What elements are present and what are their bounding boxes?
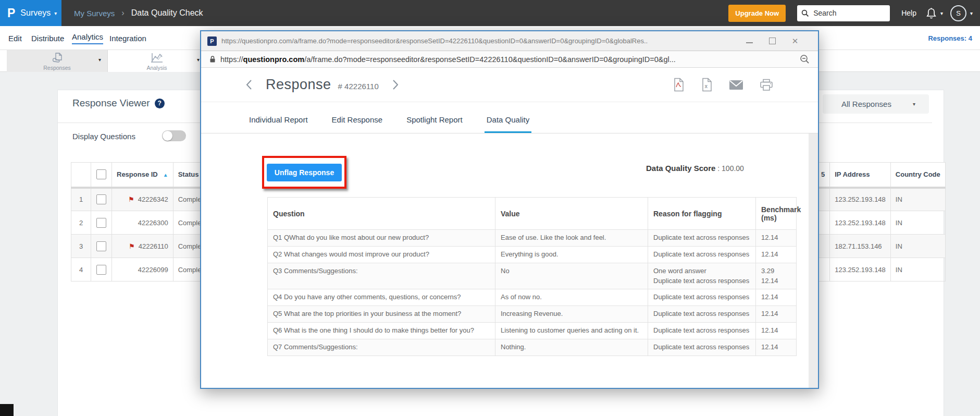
scrollbar[interactable]	[809, 133, 818, 388]
page-title-text: Response Viewer	[72, 97, 150, 109]
tab-edit[interactable]: Edit	[8, 26, 22, 50]
tab-distribute[interactable]: Distribute	[31, 26, 64, 50]
benchmark-cell: 3.2912.14	[756, 263, 797, 289]
tab-integration[interactable]: Integration	[109, 26, 146, 50]
value-cell: No	[495, 263, 648, 289]
response-header: Response # 42226110 x	[201, 68, 818, 102]
select-all-header	[91, 163, 112, 188]
response-row[interactable]: 123.252.193.148IN	[814, 211, 946, 235]
select-all-checkbox[interactable]	[96, 169, 106, 179]
notifications-button[interactable]: ▾	[926, 7, 943, 19]
tab-data-quality[interactable]: Data Quality	[487, 115, 530, 133]
export-excel-button[interactable]: x	[701, 78, 713, 92]
export-pdf-button[interactable]	[673, 78, 685, 92]
email-response-button[interactable]	[729, 80, 743, 90]
question-cell: Q7 Comments/Suggestions:	[268, 339, 495, 356]
country-code-header[interactable]: Country Code	[890, 163, 945, 188]
maximize-button[interactable]	[761, 38, 784, 44]
response-id-link[interactable]: 42226342	[138, 195, 168, 203]
reason-line: Duplicate text across responses	[653, 233, 750, 243]
responses-count: Responses: 4	[928, 26, 972, 50]
maximize-icon	[769, 38, 776, 44]
modal-tab-bar: Individual Report Edit Response Spotligh…	[201, 102, 818, 133]
account-menu[interactable]: S ▾	[950, 5, 973, 21]
response-id-link[interactable]: 42226300	[138, 219, 168, 227]
previous-response-button[interactable]	[246, 79, 252, 90]
toolbar-analysis[interactable]: Analysis ▾	[108, 50, 206, 72]
score-value: : 100.00	[717, 164, 744, 173]
chevron-right-icon	[392, 79, 399, 90]
ip-address-header[interactable]: IP Address	[830, 163, 891, 188]
value-cell: Nothing.	[495, 339, 648, 356]
benchmark-line: 12.14	[761, 342, 791, 352]
tab-edit-response[interactable]: Edit Response	[332, 115, 383, 133]
toolbar-responses[interactable]: Responses ▾	[7, 50, 108, 72]
avatar: S	[950, 5, 966, 21]
row-checkbox[interactable]	[96, 265, 106, 275]
help-icon[interactable]: ?	[155, 99, 165, 108]
response-row[interactable]: 123.252.193.148IN	[814, 188, 946, 211]
table-header-row: 5 IP Address Country Code	[814, 163, 946, 188]
reason-cell: Duplicate text across responses	[648, 289, 756, 306]
response-id-link[interactable]: 42226110	[139, 242, 168, 250]
row-number: 3	[71, 235, 91, 258]
response-id-cell[interactable]: 42226300	[112, 211, 173, 235]
minimize-button[interactable]	[738, 39, 761, 43]
zoom-out-button[interactable]	[800, 54, 810, 64]
benchmark-line: 12.14	[761, 326, 791, 336]
value-cell: Everything is good.	[495, 246, 648, 263]
flag-icon: ⚑	[128, 195, 134, 203]
reason-line: Duplicate text across responses	[653, 250, 750, 260]
bottom-left-black-box	[0, 404, 14, 416]
window-controls: ✕	[738, 37, 807, 45]
response-id-header[interactable]: Response ID▲	[112, 163, 173, 188]
response-id-cell[interactable]: ⚑42226110	[112, 235, 173, 258]
row-checkbox[interactable]	[96, 241, 106, 251]
response-row[interactable]: 182.71.153.146IN	[814, 235, 946, 258]
response-title: Response	[266, 77, 331, 93]
reason-cell: Duplicate text across responses	[648, 230, 756, 247]
tab-analytics[interactable]: Analytics	[72, 26, 103, 50]
breadcrumb-my-surveys[interactable]: My Surveys	[74, 9, 115, 18]
response-id-cell[interactable]: 42226099	[112, 258, 173, 282]
close-button[interactable]: ✕	[784, 37, 807, 45]
row-select-cell	[91, 235, 112, 258]
response-row[interactable]: 123.252.193.148IN	[814, 258, 946, 282]
value-cell: Ease of use. Like the look and feel.	[495, 230, 648, 247]
score-label: Data Quality Score	[646, 164, 715, 173]
next-response-button[interactable]	[392, 79, 399, 90]
reason-line: Duplicate text across responses	[653, 292, 750, 302]
print-button[interactable]	[760, 79, 773, 91]
dq-row: Q1 QWhat do you like most about our new …	[268, 230, 797, 247]
product-name: Surveys	[20, 8, 51, 18]
display-questions-toggle[interactable]	[162, 130, 186, 141]
reason-cell: Duplicate text across responses	[648, 246, 756, 263]
search-box[interactable]	[797, 5, 890, 21]
help-link[interactable]: Help	[901, 9, 916, 17]
unflag-response-button[interactable]: Unflag Response	[267, 164, 342, 181]
close-icon: ✕	[792, 37, 799, 45]
benchmark-cell: 12.14	[756, 246, 797, 263]
row-checkbox[interactable]	[96, 194, 106, 204]
address-url: https://questionpro.com/a/frame.do?mode=…	[220, 55, 676, 64]
response-id-link[interactable]: 42226099	[138, 266, 168, 274]
breadcrumb-current: Data Quality Check	[131, 8, 203, 18]
benchmark-cell: 12.14	[756, 323, 797, 339]
tab-spotlight-report[interactable]: Spotlight Report	[406, 115, 463, 133]
reason-line: Duplicate text across responses	[653, 326, 750, 336]
response-filter-dropdown[interactable]: All Responses ▾	[823, 94, 929, 114]
tab-individual-report[interactable]: Individual Report	[249, 115, 308, 133]
country-code-cell: IN	[890, 235, 945, 258]
surveys-menu[interactable]: P Surveys ▾	[0, 0, 61, 26]
benchmark-cell: 12.14	[756, 306, 797, 323]
search-input[interactable]	[812, 5, 887, 21]
response-id-cell[interactable]: ⚑42226342	[112, 188, 173, 211]
upgrade-now-button[interactable]: Upgrade Now	[728, 5, 786, 22]
benchmark-line: 12.14	[761, 276, 791, 286]
window-title-url: https://questionpro.com/a/frame.do?mode=…	[221, 37, 727, 45]
window-title-bar[interactable]: P https://questionpro.com/a/frame.do?mod…	[201, 31, 818, 51]
row-checkbox[interactable]	[96, 218, 106, 228]
question-cell: Q1 QWhat do you like most about our new …	[268, 230, 495, 247]
pdf-icon	[673, 78, 685, 92]
question-cell: Q3 Comments/Suggestions:	[268, 263, 495, 289]
